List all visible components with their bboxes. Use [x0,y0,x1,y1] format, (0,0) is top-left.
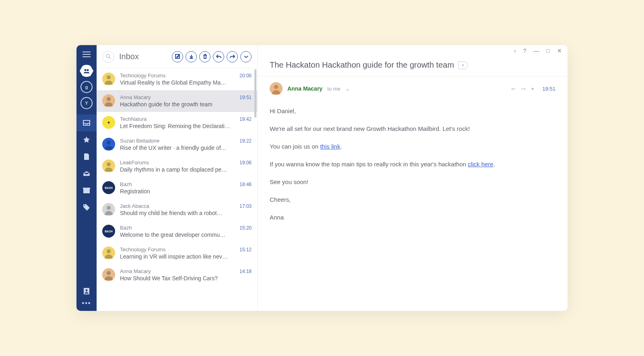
message-time: 19:42 [239,116,252,122]
nav-drafts-icon[interactable] [76,148,97,165]
message-time: 19:22 [239,138,252,144]
help-button[interactable]: ? [523,48,526,54]
scrollbar[interactable] [254,69,256,118]
back-button[interactable]: ‹ [514,48,516,54]
message-sender: TechNatura [120,116,147,122]
message-row[interactable]: BAZHBazh18:46Registration [97,177,257,199]
forward-button[interactable] [227,51,238,62]
svg-point-2 [84,205,85,206]
sender-avatar [270,82,283,95]
search-icon[interactable] [102,51,114,63]
message-subject: Welcome to the great developer commu… [120,232,245,238]
archive-button[interactable] [186,51,197,62]
avatar [102,268,115,281]
nav-tags-icon[interactable] [76,199,97,216]
close-button[interactable]: ✕ [557,48,562,54]
delete-button[interactable] [199,51,211,62]
account-yahoo-icon[interactable]: Y [80,97,93,109]
message-list-pane: Inbox Technology Forums20:00Virtual Real… [97,45,258,311]
list-header: Inbox [97,45,257,68]
message-time: 14:18 [239,269,252,274]
folder-title: Inbox [119,52,167,61]
hamburger-menu-icon[interactable] [83,52,91,57]
account-contacts-icon[interactable] [80,65,93,77]
email-subject: The Hackaton Hackathon guide for the gro… [258,56,568,77]
avatar [102,203,115,216]
account-google-icon[interactable]: g [80,81,93,93]
avatar [102,246,115,259]
body-line: Anna [270,213,555,222]
body-line: See you soon! [270,177,555,187]
message-row[interactable]: Anna Macary19:51Hackathon guide for the … [97,90,257,112]
nav-mail-icon[interactable] [76,165,97,182]
message-subject: Virtual Reality is the Global Empathy Ma… [120,79,245,86]
avatar: ✦ [102,116,115,129]
message-row[interactable]: ✦TechNatura19:42Let Freedom Sing: Remixi… [97,112,257,134]
message-time: 15:12 [239,247,252,253]
body-link[interactable]: click here [468,161,493,168]
nav-more-icon[interactable]: ••• [82,300,91,311]
message-row[interactable]: Anna Macary14:18How Should We Tax Self-D… [97,264,257,286]
add-tag-button[interactable]: + [458,61,468,69]
message-row[interactable]: Technology Forums15:12Learning in VR wil… [97,242,257,264]
message-subject: How Should We Tax Self-Driving Cars? [120,275,245,281]
message-list[interactable]: Technology Forums20:00Virtual Reality is… [97,68,257,311]
body-line: If you wanna know the top main tips to r… [270,159,555,169]
svg-point-5 [106,54,109,58]
message-time: 20:00 [239,73,252,79]
svg-point-1 [87,69,89,71]
message-row[interactable]: Suzan Beiladone19:22Rise of the UX write… [97,134,257,155]
window-controls: ‹ ? — □ ✕ [258,45,568,56]
message-sender: Technology Forums [120,246,165,253]
body-link[interactable]: this link [320,143,340,150]
more-icon[interactable]: ▾ [531,86,534,92]
body-line: Hi Daniel, [270,106,555,116]
svg-line-6 [109,57,111,59]
email-time: 19:51 [542,86,555,92]
body-line: You can jois us on this link. [270,142,555,151]
message-row[interactable]: BAZHBazh15:20Welcome to the great develo… [97,221,257,242]
message-sender: LeakForums [120,159,149,166]
message-subject: Rise of the UX writer · a friendly guide… [120,145,245,151]
message-row[interactable]: LeakForums19:06Daily rhythms in a camp f… [97,155,257,177]
nav-starred-icon[interactable] [76,131,97,148]
message-subject: Daily rhythms in a camp for displaced pe… [120,166,245,173]
sender-name: Anna Macary [287,85,322,92]
svg-point-0 [85,69,87,71]
nav-archive-icon[interactable] [76,182,97,199]
svg-point-11 [107,162,111,166]
more-actions-button[interactable] [240,51,252,62]
minimize-button[interactable]: — [534,48,539,54]
message-sender: Jack Abacca [120,203,149,209]
message-time: 18:46 [239,182,252,187]
reply-icon[interactable]: ↩ [511,86,516,92]
avatar: BAZH [102,181,115,194]
maximize-button[interactable]: □ [547,48,550,54]
nav-inbox-icon[interactable] [76,114,97,131]
nav-addressbook-icon[interactable] [76,283,97,300]
svg-point-4 [86,290,88,292]
email-body: Hi Daniel, We're all set for our next br… [258,98,568,238]
avatar [102,138,115,151]
list-toolbar [172,51,252,62]
svg-point-13 [107,249,111,253]
svg-point-9 [107,97,111,101]
body-line: We're all set for our next brand new Gro… [270,124,555,134]
reply-button[interactable] [213,51,224,62]
email-header: Anna Macary to me ⌄ ↩ ↪ ▾ 19:51 [258,77,568,98]
message-sender: Suzan Beiladone [120,138,159,144]
expand-recipients-icon[interactable]: ⌄ [345,86,350,92]
compose-button[interactable] [172,51,183,62]
message-subject: Let Freedom Sing: Remixing the Declarati… [120,123,245,129]
forward-icon[interactable]: ↪ [521,86,526,92]
message-time: 15:20 [239,225,252,231]
avatar: BAZH [102,225,115,238]
subject-text: The Hackaton Hackathon guide for the gro… [270,60,454,70]
message-row[interactable]: Technology Forums20:00Virtual Reality is… [97,68,257,90]
message-subject: Registration [120,188,245,195]
app-window: g Y ••• Inbox [76,45,568,311]
nav-sidebar: g Y ••• [76,45,97,311]
message-sender: Technology Forums [120,72,165,79]
message-row[interactable]: Jack Abacca17:03Should my child be frien… [97,199,257,221]
reading-pane: ‹ ? — □ ✕ The Hackaton Hackathon guide f… [258,45,568,311]
